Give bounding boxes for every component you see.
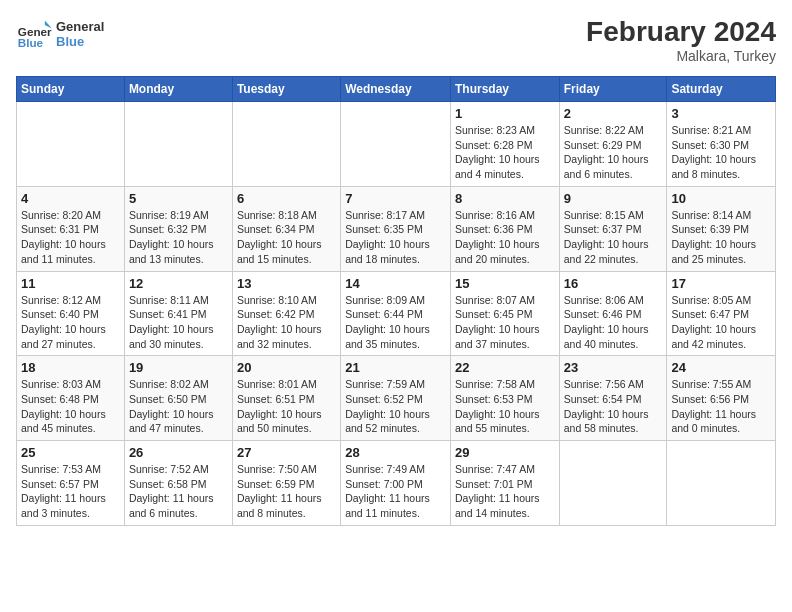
logo-general-text: General bbox=[56, 19, 104, 34]
calendar-cell: 8Sunrise: 8:16 AM Sunset: 6:36 PM Daylig… bbox=[450, 186, 559, 271]
day-info: Sunrise: 8:12 AM Sunset: 6:40 PM Dayligh… bbox=[21, 293, 120, 352]
day-number: 1 bbox=[455, 106, 555, 121]
logo: General Blue General Blue bbox=[16, 16, 104, 52]
day-info: Sunrise: 8:19 AM Sunset: 6:32 PM Dayligh… bbox=[129, 208, 228, 267]
calendar-cell: 17Sunrise: 8:05 AM Sunset: 6:47 PM Dayli… bbox=[667, 271, 776, 356]
day-info: Sunrise: 8:15 AM Sunset: 6:37 PM Dayligh… bbox=[564, 208, 663, 267]
day-number: 16 bbox=[564, 276, 663, 291]
calendar-cell bbox=[232, 102, 340, 187]
day-info: Sunrise: 8:17 AM Sunset: 6:35 PM Dayligh… bbox=[345, 208, 446, 267]
calendar-cell: 27Sunrise: 7:50 AM Sunset: 6:59 PM Dayli… bbox=[232, 441, 340, 526]
calendar-cell: 16Sunrise: 8:06 AM Sunset: 6:46 PM Dayli… bbox=[559, 271, 667, 356]
calendar-cell: 26Sunrise: 7:52 AM Sunset: 6:58 PM Dayli… bbox=[124, 441, 232, 526]
calendar-cell: 19Sunrise: 8:02 AM Sunset: 6:50 PM Dayli… bbox=[124, 356, 232, 441]
day-info: Sunrise: 8:07 AM Sunset: 6:45 PM Dayligh… bbox=[455, 293, 555, 352]
day-number: 9 bbox=[564, 191, 663, 206]
day-number: 22 bbox=[455, 360, 555, 375]
day-number: 24 bbox=[671, 360, 771, 375]
calendar-cell: 7Sunrise: 8:17 AM Sunset: 6:35 PM Daylig… bbox=[341, 186, 451, 271]
calendar-cell: 20Sunrise: 8:01 AM Sunset: 6:51 PM Dayli… bbox=[232, 356, 340, 441]
day-info: Sunrise: 8:21 AM Sunset: 6:30 PM Dayligh… bbox=[671, 123, 771, 182]
day-number: 11 bbox=[21, 276, 120, 291]
day-info: Sunrise: 8:03 AM Sunset: 6:48 PM Dayligh… bbox=[21, 377, 120, 436]
calendar-cell bbox=[17, 102, 125, 187]
calendar-table: Sunday Monday Tuesday Wednesday Thursday… bbox=[16, 76, 776, 526]
header-sunday: Sunday bbox=[17, 77, 125, 102]
day-info: Sunrise: 7:55 AM Sunset: 6:56 PM Dayligh… bbox=[671, 377, 771, 436]
page-header: General Blue General Blue February 2024 … bbox=[16, 16, 776, 64]
day-number: 15 bbox=[455, 276, 555, 291]
day-info: Sunrise: 7:47 AM Sunset: 7:01 PM Dayligh… bbox=[455, 462, 555, 521]
calendar-week-row: 1Sunrise: 8:23 AM Sunset: 6:28 PM Daylig… bbox=[17, 102, 776, 187]
day-number: 18 bbox=[21, 360, 120, 375]
header-friday: Friday bbox=[559, 77, 667, 102]
day-number: 7 bbox=[345, 191, 446, 206]
day-number: 2 bbox=[564, 106, 663, 121]
calendar-cell: 22Sunrise: 7:58 AM Sunset: 6:53 PM Dayli… bbox=[450, 356, 559, 441]
day-number: 20 bbox=[237, 360, 336, 375]
calendar-cell: 18Sunrise: 8:03 AM Sunset: 6:48 PM Dayli… bbox=[17, 356, 125, 441]
day-info: Sunrise: 8:14 AM Sunset: 6:39 PM Dayligh… bbox=[671, 208, 771, 267]
calendar-cell bbox=[559, 441, 667, 526]
main-title: February 2024 bbox=[586, 16, 776, 48]
day-number: 4 bbox=[21, 191, 120, 206]
calendar-week-row: 11Sunrise: 8:12 AM Sunset: 6:40 PM Dayli… bbox=[17, 271, 776, 356]
calendar-cell: 10Sunrise: 8:14 AM Sunset: 6:39 PM Dayli… bbox=[667, 186, 776, 271]
calendar-cell: 24Sunrise: 7:55 AM Sunset: 6:56 PM Dayli… bbox=[667, 356, 776, 441]
day-info: Sunrise: 7:58 AM Sunset: 6:53 PM Dayligh… bbox=[455, 377, 555, 436]
calendar-week-row: 18Sunrise: 8:03 AM Sunset: 6:48 PM Dayli… bbox=[17, 356, 776, 441]
day-number: 6 bbox=[237, 191, 336, 206]
calendar-cell: 9Sunrise: 8:15 AM Sunset: 6:37 PM Daylig… bbox=[559, 186, 667, 271]
subtitle: Malkara, Turkey bbox=[586, 48, 776, 64]
day-info: Sunrise: 7:50 AM Sunset: 6:59 PM Dayligh… bbox=[237, 462, 336, 521]
day-number: 26 bbox=[129, 445, 228, 460]
calendar-cell bbox=[341, 102, 451, 187]
calendar-cell: 13Sunrise: 8:10 AM Sunset: 6:42 PM Dayli… bbox=[232, 271, 340, 356]
day-number: 14 bbox=[345, 276, 446, 291]
calendar-cell: 11Sunrise: 8:12 AM Sunset: 6:40 PM Dayli… bbox=[17, 271, 125, 356]
calendar-cell: 29Sunrise: 7:47 AM Sunset: 7:01 PM Dayli… bbox=[450, 441, 559, 526]
header-wednesday: Wednesday bbox=[341, 77, 451, 102]
day-number: 8 bbox=[455, 191, 555, 206]
calendar-week-row: 4Sunrise: 8:20 AM Sunset: 6:31 PM Daylig… bbox=[17, 186, 776, 271]
calendar-week-row: 25Sunrise: 7:53 AM Sunset: 6:57 PM Dayli… bbox=[17, 441, 776, 526]
day-number: 21 bbox=[345, 360, 446, 375]
day-info: Sunrise: 8:02 AM Sunset: 6:50 PM Dayligh… bbox=[129, 377, 228, 436]
calendar-cell: 15Sunrise: 8:07 AM Sunset: 6:45 PM Dayli… bbox=[450, 271, 559, 356]
day-info: Sunrise: 7:59 AM Sunset: 6:52 PM Dayligh… bbox=[345, 377, 446, 436]
calendar-header-row: Sunday Monday Tuesday Wednesday Thursday… bbox=[17, 77, 776, 102]
header-monday: Monday bbox=[124, 77, 232, 102]
day-info: Sunrise: 8:10 AM Sunset: 6:42 PM Dayligh… bbox=[237, 293, 336, 352]
calendar-cell: 2Sunrise: 8:22 AM Sunset: 6:29 PM Daylig… bbox=[559, 102, 667, 187]
day-info: Sunrise: 7:52 AM Sunset: 6:58 PM Dayligh… bbox=[129, 462, 228, 521]
day-info: Sunrise: 8:23 AM Sunset: 6:28 PM Dayligh… bbox=[455, 123, 555, 182]
day-info: Sunrise: 7:56 AM Sunset: 6:54 PM Dayligh… bbox=[564, 377, 663, 436]
day-number: 25 bbox=[21, 445, 120, 460]
svg-text:Blue: Blue bbox=[18, 36, 44, 49]
day-number: 10 bbox=[671, 191, 771, 206]
day-number: 28 bbox=[345, 445, 446, 460]
calendar-cell: 4Sunrise: 8:20 AM Sunset: 6:31 PM Daylig… bbox=[17, 186, 125, 271]
day-info: Sunrise: 8:06 AM Sunset: 6:46 PM Dayligh… bbox=[564, 293, 663, 352]
day-info: Sunrise: 8:16 AM Sunset: 6:36 PM Dayligh… bbox=[455, 208, 555, 267]
day-info: Sunrise: 8:22 AM Sunset: 6:29 PM Dayligh… bbox=[564, 123, 663, 182]
calendar-cell: 28Sunrise: 7:49 AM Sunset: 7:00 PM Dayli… bbox=[341, 441, 451, 526]
calendar-cell: 3Sunrise: 8:21 AM Sunset: 6:30 PM Daylig… bbox=[667, 102, 776, 187]
day-number: 13 bbox=[237, 276, 336, 291]
header-saturday: Saturday bbox=[667, 77, 776, 102]
day-number: 3 bbox=[671, 106, 771, 121]
day-info: Sunrise: 7:49 AM Sunset: 7:00 PM Dayligh… bbox=[345, 462, 446, 521]
calendar-cell: 14Sunrise: 8:09 AM Sunset: 6:44 PM Dayli… bbox=[341, 271, 451, 356]
calendar-cell: 5Sunrise: 8:19 AM Sunset: 6:32 PM Daylig… bbox=[124, 186, 232, 271]
title-block: February 2024 Malkara, Turkey bbox=[586, 16, 776, 64]
day-info: Sunrise: 8:18 AM Sunset: 6:34 PM Dayligh… bbox=[237, 208, 336, 267]
calendar-cell: 1Sunrise: 8:23 AM Sunset: 6:28 PM Daylig… bbox=[450, 102, 559, 187]
day-info: Sunrise: 7:53 AM Sunset: 6:57 PM Dayligh… bbox=[21, 462, 120, 521]
day-info: Sunrise: 8:11 AM Sunset: 6:41 PM Dayligh… bbox=[129, 293, 228, 352]
day-number: 27 bbox=[237, 445, 336, 460]
day-number: 17 bbox=[671, 276, 771, 291]
day-info: Sunrise: 8:09 AM Sunset: 6:44 PM Dayligh… bbox=[345, 293, 446, 352]
calendar-cell: 6Sunrise: 8:18 AM Sunset: 6:34 PM Daylig… bbox=[232, 186, 340, 271]
logo-icon: General Blue bbox=[16, 16, 52, 52]
day-number: 23 bbox=[564, 360, 663, 375]
